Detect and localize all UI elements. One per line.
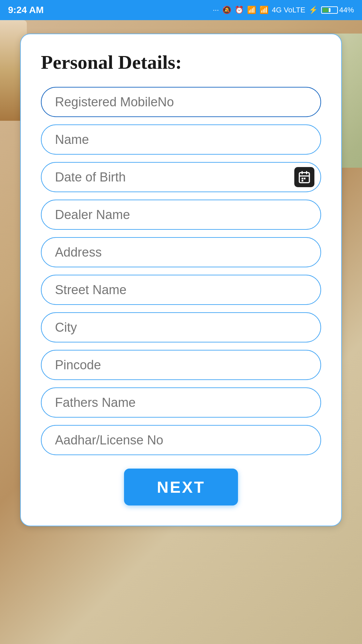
form-group-aadhar bbox=[41, 425, 321, 455]
battery-percent: 44% bbox=[339, 6, 354, 14]
signal-strength-icon: 📶 bbox=[247, 6, 256, 14]
form-group-city bbox=[41, 312, 321, 342]
charging-icon: ⚡ bbox=[309, 6, 318, 14]
alarm-icon: ⏰ bbox=[235, 6, 244, 14]
city-input[interactable] bbox=[41, 312, 321, 342]
status-time: 9:24 AM bbox=[8, 5, 44, 15]
form-group-name bbox=[41, 124, 321, 155]
registered-mobile-input[interactable] bbox=[41, 87, 321, 117]
notification-mute-icon: 🔕 bbox=[222, 6, 231, 14]
aadhar-license-input[interactable] bbox=[41, 425, 321, 455]
pincode-input[interactable] bbox=[41, 350, 321, 380]
signal-dots-icon: ··· bbox=[213, 6, 219, 14]
status-icons: ··· 🔕 ⏰ 📶 📶 4G VoLTE ⚡ 44% bbox=[213, 6, 354, 14]
form-group-dealer bbox=[41, 200, 321, 230]
date-of-birth-input[interactable] bbox=[41, 162, 321, 192]
form-group-street bbox=[41, 275, 321, 305]
main-content: Personal Details: bbox=[0, 20, 362, 644]
street-name-input[interactable] bbox=[41, 275, 321, 305]
next-button[interactable]: NEXT bbox=[124, 469, 238, 505]
network-label: 4G VoLTE bbox=[272, 6, 305, 14]
fathers-name-input[interactable] bbox=[41, 387, 321, 418]
status-bar: 9:24 AM ··· 🔕 ⏰ 📶 📶 4G VoLTE ⚡ 44% bbox=[0, 0, 362, 20]
form-group-pincode bbox=[41, 350, 321, 380]
form-group-dob bbox=[41, 162, 321, 192]
personal-details-card: Personal Details: bbox=[20, 34, 342, 526]
battery-indicator: 44% bbox=[321, 6, 354, 14]
signal-strength-2-icon: 📶 bbox=[259, 6, 268, 14]
name-input[interactable] bbox=[41, 124, 321, 155]
battery-bar bbox=[321, 6, 338, 14]
dealer-name-input[interactable] bbox=[41, 200, 321, 230]
form-group-address bbox=[41, 237, 321, 267]
page-title: Personal Details: bbox=[41, 51, 321, 73]
battery-tip bbox=[329, 8, 330, 12]
battery-fill bbox=[322, 8, 328, 12]
address-input[interactable] bbox=[41, 237, 321, 267]
form-group-fathers-name bbox=[41, 387, 321, 418]
form-group-mobile bbox=[41, 87, 321, 117]
